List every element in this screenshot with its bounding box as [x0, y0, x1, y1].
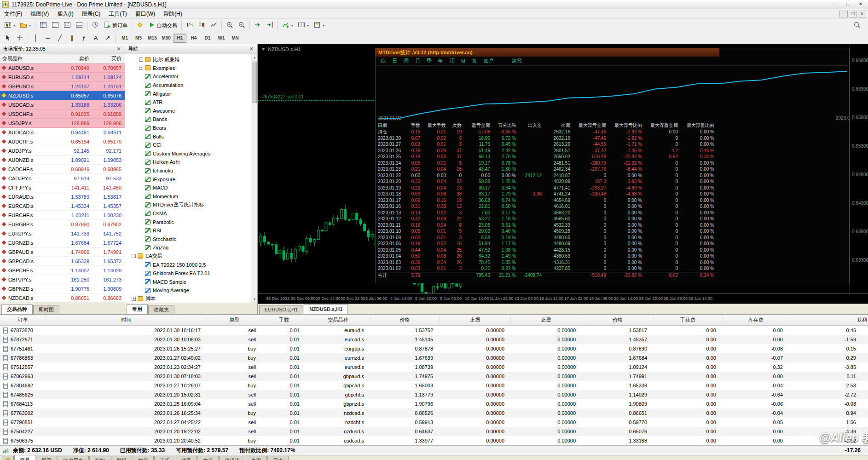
- bars-button[interactable]: [184, 20, 195, 31]
- menu-item[interactable]: 帮助(H): [159, 9, 186, 19]
- order-row[interactable]: 67786853 2023.01.27 02:49:02 buy 0.01 eu…: [0, 353, 868, 362]
- timeframe-d1-button[interactable]: D1: [201, 34, 214, 43]
- horizontal-line-button[interactable]: ─: [42, 33, 53, 44]
- mtdriver-menu-item[interactable]: 月: [412, 58, 423, 64]
- autotrading-button[interactable]: 自动交易: [146, 20, 179, 31]
- navigator-tab[interactable]: 常用: [127, 304, 148, 314]
- tree-item[interactable]: iExposure: [125, 175, 251, 184]
- child-minimize-button[interactable]: ─: [839, 11, 848, 17]
- order-row[interactable]: 67506375 2023.01.20 20:40:52 buy 0.01 us…: [0, 436, 868, 445]
- timeframe-m30-button[interactable]: M30: [160, 34, 173, 43]
- terminal-tab[interactable]: 交易: [14, 455, 35, 460]
- crosshair-button[interactable]: [14, 33, 25, 44]
- timeframe-h1-button[interactable]: H1: [174, 34, 186, 43]
- orders-column-header[interactable]: 交易品种: [306, 315, 370, 325]
- orders-column-header[interactable]: 手续费: [654, 315, 723, 325]
- market-watch-row[interactable]: EURCAD.s 1.45334 1.45357: [0, 201, 125, 211]
- tree-item[interactable]: Custom Moving Averages: [125, 150, 251, 158]
- terminal-tab[interactable]: 警报: [111, 456, 132, 460]
- menu-item[interactable]: 图表(C): [78, 9, 105, 19]
- market-watch-tab[interactable]: 即时图: [33, 305, 59, 314]
- chart-canvas[interactable]: NZDUSD.s,H1 #67504227 sell 0.01 0.668000…: [258, 44, 868, 293]
- market-watch-row[interactable]: GBPCAD.s 1.65339 1.65372: [0, 257, 125, 266]
- market-watch-row[interactable]: AUDUSD.s 0.70940 0.70957: [0, 63, 125, 73]
- tree-item[interactable]: ZigZag: [125, 243, 251, 252]
- market-watch-row[interactable]: CHFJPY.s 141.411 141.450: [0, 183, 125, 192]
- market-watch-row[interactable]: EURGBP.s 0.87890 0.87902: [0, 220, 125, 229]
- tree-item[interactable]: Stochastic: [125, 235, 251, 243]
- profiles-button[interactable]: ▾: [18, 20, 33, 31]
- line-chart-button[interactable]: [208, 20, 219, 31]
- tree-item[interactable]: 比尔 威廉姆: [125, 55, 251, 64]
- trendline-button[interactable]: ╱: [54, 33, 65, 44]
- market-watch-row[interactable]: EURJPY.s 141.733 141.752: [0, 229, 125, 238]
- strategy-tester-button[interactable]: [90, 20, 101, 31]
- candlesticks-button[interactable]: [196, 20, 207, 31]
- scroll-up-icon[interactable]: ▲: [251, 54, 258, 61]
- market-watch-row[interactable]: EURNZD.s 1.67684 1.67724: [0, 238, 125, 247]
- market-watch-row[interactable]: NZDCAD.s 0.86651 0.86683: [0, 293, 125, 303]
- arrows-button[interactable]: ↗: [102, 33, 113, 44]
- orders-column-header[interactable]: 止盈: [511, 315, 582, 325]
- menu-item[interactable]: 文件(F): [0, 9, 26, 19]
- menu-item[interactable]: 窗口(W): [131, 9, 159, 19]
- tree-item[interactable]: OsMA: [125, 209, 251, 218]
- market-watch-row[interactable]: GBPJPY.s 161.250 161.273: [0, 275, 125, 284]
- order-row[interactable]: 67751481 2023.01.26 15:25:27 buy 0.01 eu…: [0, 344, 868, 353]
- terminal-tab[interactable]: 文章: [197, 456, 219, 460]
- timeframe-w1-button[interactable]: W1: [215, 34, 228, 43]
- chevron-down-icon[interactable]: [261, 48, 265, 51]
- menu-item[interactable]: 工具(T): [104, 9, 131, 19]
- text-label-button[interactable]: A: [90, 33, 101, 44]
- tree-expand-icon[interactable]: [132, 297, 136, 301]
- column-ask[interactable]: 买价: [92, 54, 124, 63]
- market-watch-row[interactable]: EURAUD.s 1.53789 1.53817: [0, 192, 125, 201]
- vertical-line-button[interactable]: │: [30, 33, 41, 44]
- tree-expand-icon[interactable]: [139, 66, 143, 70]
- navigator-button[interactable]: [62, 20, 73, 31]
- market-watch-tab[interactable]: 交易品种: [1, 304, 33, 314]
- menu-item[interactable]: 插入(I): [53, 9, 77, 19]
- orders-column-header[interactable]: 止损: [440, 315, 511, 325]
- market-watch-button[interactable]: [38, 20, 49, 31]
- order-row[interactable]: 67872671 2023.01.30 10:08:03 sell 0.01 e…: [0, 335, 868, 344]
- market-watch-row[interactable]: USDCAD.s 1.33188 1.33206: [0, 100, 125, 109]
- mtdriver-menu-item[interactable]: 综: [377, 58, 389, 64]
- tree-item[interactable]: Bands: [125, 115, 251, 124]
- order-row[interactable]: 67684113 2023.01.25 16:09:04 sell 0.01 g…: [0, 399, 868, 408]
- timeframe-m1-button[interactable]: M1: [118, 34, 131, 43]
- mtdriver-menu-item[interactable]: 年: [435, 58, 446, 64]
- tree-item[interactable]: MACD Sample: [125, 277, 251, 286]
- chart-tab[interactable]: EURUSD.s,H1: [259, 305, 303, 314]
- tree-expand-icon[interactable]: [132, 254, 136, 258]
- column-symbol[interactable]: 交易品种: [0, 55, 60, 62]
- orders-column-header[interactable]: 类型: [207, 315, 262, 325]
- new-chart-button[interactable]: ▾: [2, 20, 17, 31]
- child-close-button[interactable]: ✕: [858, 11, 866, 17]
- close-button[interactable]: ✕: [854, 0, 867, 8]
- scroll-down-icon[interactable]: ▼: [251, 296, 258, 303]
- timeframe-m5-button[interactable]: M5: [132, 34, 145, 43]
- terminal-tab[interactable]: 信号: [176, 456, 197, 460]
- orders-column-header[interactable]: 订单: [0, 315, 46, 325]
- market-watch-row[interactable]: AUDNZD.s 1.09021 1.09053: [0, 155, 125, 165]
- order-row[interactable]: 67873870 2023.01.30 10:16:17 sell 0.01 e…: [0, 326, 868, 335]
- market-watch-row[interactable]: GBPUSD.s 1.24137 1.24151: [0, 82, 125, 91]
- order-row[interactable]: 67862963 2023.01.30 07:18:03 sell 0.01 g…: [0, 372, 868, 381]
- market-watch-row[interactable]: CADCHF.s 0.68946 0.68965: [0, 165, 125, 174]
- mtdriver-menu-item[interactable]: 备: [469, 58, 480, 64]
- tree-item[interactable]: Examples: [125, 64, 251, 73]
- orders-column-header[interactable]: 价格: [370, 315, 440, 325]
- terminal-tab[interactable]: 代码库: [219, 456, 245, 460]
- chart-shift-button[interactable]: [264, 20, 275, 31]
- tree-item[interactable]: EA T2022 150 1000 2.5: [125, 260, 251, 269]
- market-watch-row[interactable]: USDCHF.s 0.91835 0.91859: [0, 109, 125, 119]
- tree-item[interactable]: CCI: [125, 141, 251, 150]
- terminal-tab[interactable]: 新闻: [89, 456, 110, 460]
- menu-item[interactable]: 视图(V): [26, 9, 53, 19]
- tree-item[interactable]: Alligator: [125, 89, 251, 98]
- timeframe-h4-button[interactable]: H4: [187, 34, 200, 43]
- tree-item[interactable]: Awesome: [125, 107, 251, 115]
- terminal-button[interactable]: [74, 20, 85, 31]
- indicators-button[interactable]: ▾: [280, 20, 295, 31]
